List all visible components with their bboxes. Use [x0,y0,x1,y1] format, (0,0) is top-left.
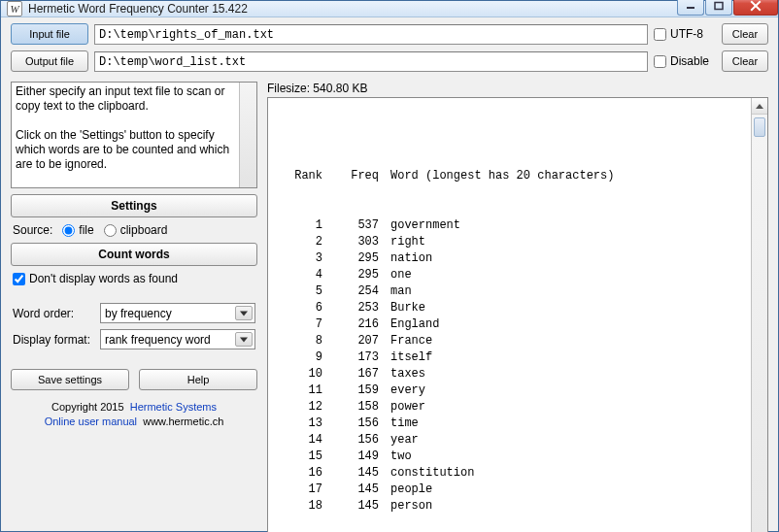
app-window: W Hermetic Word Frequency Counter 15.422… [0,0,779,532]
col-header-freq: Freq [324,168,383,184]
radio-file[interactable]: file [62,223,93,237]
clear-output-button[interactable]: Clear [722,50,768,72]
cell-freq: 167 [324,366,383,382]
word-order-label: Word order: [13,307,96,320]
count-words-button[interactable]: Count words [11,243,257,266]
settings-button[interactable]: Settings [11,194,257,217]
save-settings-button[interactable]: Save settings [11,369,129,390]
results-rows: 1537government2303right3295nation4295one… [270,217,746,515]
disable-checkbox-input[interactable] [654,55,666,68]
cell-rank: 2 [270,234,324,250]
right-panel: Filesize: 540.80 KB Rank Freq Word (long… [267,82,768,532]
cell-rank: 1 [270,217,324,234]
cell-freq: 216 [324,316,383,333]
radio-clipboard[interactable]: clipboard [104,223,168,237]
radio-clipboard-label: clipboard [120,223,168,237]
source-row: Source: file clipboard [11,223,257,237]
cell-word: taxes [383,366,425,382]
cell-freq: 145 [324,482,383,498]
manual-link[interactable]: Online user manual [45,416,137,427]
instructions-box[interactable]: Either specify an input text file to sca… [11,82,257,188]
footer-left: Copyright 2015 Hermetic Systems Online u… [11,400,257,429]
cell-word: time [383,416,419,432]
titlebar[interactable]: W Hermetic Word Frequency Counter 15.422 [1,1,778,17]
utf8-checkbox[interactable]: UTF-8 [654,27,716,41]
utf8-label: UTF-8 [670,27,703,41]
input-file-button[interactable]: Input file [11,23,88,45]
results-textbox[interactable]: Rank Freq Word (longest has 20 character… [267,97,768,532]
cell-rank: 7 [270,316,324,333]
cell-word: itself [383,349,432,366]
cell-freq: 145 [324,498,383,515]
dont-display-row[interactable]: Don't display words as found [11,272,257,285]
word-order-row: Word order: by frequency [11,303,257,323]
cell-rank: 3 [270,250,324,267]
table-row: 7216England [270,316,746,333]
table-row: 17145people [270,482,746,498]
cell-rank: 9 [270,349,324,366]
scrollbar[interactable] [751,98,767,532]
close-button[interactable] [733,0,778,16]
clear-input-button[interactable]: Clear [722,23,768,45]
cell-rank: 15 [270,449,324,465]
output-file-path[interactable]: D:\temp\word_list.txt [94,51,648,72]
minimize-button[interactable] [677,0,704,16]
cell-rank: 13 [270,416,324,432]
dont-display-checkbox[interactable] [13,273,25,285]
chevron-down-icon [240,311,248,316]
chevron-down-icon [240,337,248,342]
app-icon: W [7,1,22,17]
cell-rank: 4 [270,267,324,283]
cell-word: France [383,333,432,349]
cell-word: government [383,217,460,234]
cell-rank: 12 [270,399,324,416]
cell-freq: 253 [324,300,383,316]
cell-freq: 159 [324,382,383,399]
table-row: 11159every [270,382,746,399]
cell-freq: 303 [324,234,383,250]
window-title: Hermetic Word Frequency Counter 15.422 [28,2,677,16]
cell-word: right [383,234,425,250]
cell-word: England [383,316,439,333]
radio-clipboard-input[interactable] [104,224,117,237]
table-row: 5254man [270,283,746,300]
cell-rank: 18 [270,498,324,515]
word-order-value: by frequency [105,307,172,320]
company-link[interactable]: Hermetic Systems [130,401,217,413]
cell-word: Burke [383,300,425,316]
display-format-row: Display format: rank frequency word [11,329,257,349]
maximize-button[interactable] [705,0,732,16]
table-row: 14156year [270,432,746,449]
site-text: www.hermetic.ch [143,416,223,427]
table-row: 12158power [270,399,746,416]
scroll-thumb[interactable] [754,117,765,137]
filesize-label: Filesize: [267,82,310,95]
scroll-up-button[interactable] [752,98,767,115]
cell-freq: 254 [324,283,383,300]
results-header: Rank Freq Word (longest has 20 character… [270,168,746,184]
cell-rank: 11 [270,382,324,399]
help-button[interactable]: Help [139,369,257,390]
cell-freq: 207 [324,333,383,349]
disable-label: Disable [670,54,709,68]
col-header-rank: Rank [270,168,324,184]
cell-word: two [383,449,412,465]
cell-freq: 295 [324,250,383,267]
utf8-checkbox-input[interactable] [654,28,666,41]
input-file-path[interactable]: D:\temp\rights_of_man.txt [94,24,648,45]
filesize-value: 540.80 KB [313,82,367,95]
cell-rank: 8 [270,333,324,349]
cell-rank: 14 [270,432,324,449]
cell-rank: 10 [270,366,324,382]
radio-file-input[interactable] [62,224,75,237]
disable-checkbox[interactable]: Disable [654,54,716,68]
word-order-select[interactable]: by frequency [100,303,255,323]
col-header-word: Word (longest has 20 characters) [383,168,614,184]
filesize-row: Filesize: 540.80 KB [267,82,768,95]
output-file-button[interactable]: Output file [11,50,88,72]
table-row: 18145person [270,498,746,515]
table-row: 10167taxes [270,366,746,382]
table-row: 15149two [270,449,746,465]
display-format-select[interactable]: rank frequency word [100,329,255,349]
radio-file-label: file [79,223,93,237]
